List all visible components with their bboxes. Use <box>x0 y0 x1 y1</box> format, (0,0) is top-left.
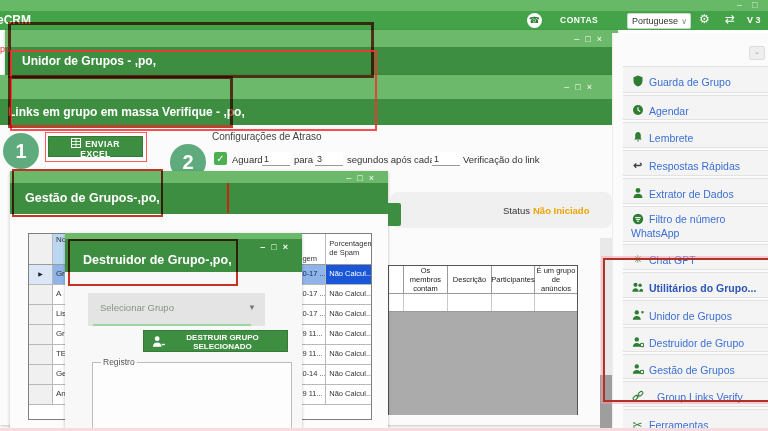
destroy-button-line2: SELECIONADO <box>193 342 252 351</box>
sidebar: ⌄ Guarda de Grupo Agendar Lembrete ↩Resp… <box>612 33 768 431</box>
unidor-titlebar-strip[interactable]: –□× <box>5 30 618 47</box>
app-brand: eCRM <box>0 13 31 27</box>
sidebar-item-utilitarios-do-grupo[interactable]: Utilitários do Grupo... <box>623 272 768 298</box>
reply-icon: ↩ <box>631 159 644 172</box>
segundos-label: segundos após cada <box>347 154 435 165</box>
minimize-icon[interactable]: – <box>574 34 585 44</box>
maximize-icon[interactable]: □ <box>271 242 282 252</box>
select-caret-icon: ∨ <box>681 14 687 29</box>
language-select[interactable]: Portuguese∨ <box>627 13 691 29</box>
aguard-input[interactable] <box>262 152 290 166</box>
bell-icon <box>631 129 644 147</box>
empty-table-row[interactable] <box>389 294 577 312</box>
sidebar-item-extrator-de-dados[interactable]: Extrator de Dados <box>623 178 768 204</box>
registro-label: Registro <box>101 357 137 367</box>
sidebar-collapse-button[interactable]: ⌄ <box>749 46 765 60</box>
close-icon[interactable]: × <box>597 34 608 44</box>
aguard-checkbox[interactable]: ✓ <box>214 152 227 165</box>
close-icon[interactable]: × <box>369 173 380 183</box>
minimize-icon[interactable]: – <box>260 242 271 252</box>
column-header[interactable]: É um grupo de anúncios <box>535 266 577 293</box>
enviar-excel-label: ENVIAR EXCEL <box>80 139 119 159</box>
table-empty-area <box>389 312 577 415</box>
row-selector-arrow: ▶ <box>29 265 53 284</box>
column-header[interactable]: Descrição <box>448 266 492 293</box>
para-label: para <box>294 154 313 165</box>
version-label: V 3 <box>747 15 761 25</box>
destruidor-window-title: Destruidor de Grupo-,po, <box>83 253 232 267</box>
destroy-selected-group-button[interactable]: DESTRUIR GRUPO SELECIONADO <box>143 330 288 352</box>
minimize-icon[interactable]: – <box>346 173 357 183</box>
outer-minimize-button[interactable]: – <box>737 0 742 10</box>
person-minus-icon <box>152 335 165 348</box>
sidebar-item-unidor-de-grupos[interactable]: Unidor de Grupos <box>623 300 768 325</box>
sidebar-item-filtro-whatsapp[interactable]: Filtro de número WhatsApp <box>623 206 768 242</box>
contas-button[interactable]: CONTAS <box>560 15 598 25</box>
outer-titlebar: – □ <box>0 0 768 11</box>
person-gear-icon <box>631 334 644 352</box>
gestao-titlebar-strip[interactable]: –□× <box>10 171 388 183</box>
combo-underline <box>93 324 251 326</box>
column-header[interactable]: Participantes <box>492 266 535 293</box>
select-group-dropdown[interactable]: Selecionar Grupo ▼ <box>88 293 265 326</box>
destruidor-titlebar[interactable]: –□× Destruidor de Grupo-,po, <box>65 239 302 272</box>
people-icon <box>631 279 644 297</box>
clock-icon <box>631 102 644 120</box>
person-gear-icon <box>631 361 644 379</box>
maximize-icon[interactable]: □ <box>357 173 368 183</box>
links-window-title: Links em grupo em massa Verifique - ,po, <box>8 105 245 119</box>
maximize-icon[interactable]: □ <box>575 82 586 92</box>
sidebar-item-lembrete[interactable]: Lembrete <box>623 122 768 148</box>
destroy-button-line1: DESTRUIR GRUPO <box>186 333 258 342</box>
gpt-icon: ✳ <box>631 253 644 266</box>
app-root: – □ eCRM ☎ CONTAS Portuguese∨ ⚙ ⇄ V 3 –□… <box>0 0 768 431</box>
row-selector-header <box>389 266 404 293</box>
column-header[interactable]: Os membros contam <box>404 266 448 293</box>
shield-icon <box>631 73 644 91</box>
sidebar-item-group-links-verify[interactable]: Group Links Verify <box>623 381 768 407</box>
registro-groupbox: Registro <box>92 357 292 431</box>
unidor-window-title: Unidor de Grupos - ,po, <box>22 54 156 68</box>
select-group-placeholder: Selecionar Grupo <box>100 302 174 313</box>
gestao-window-title: Gestão de Grupos-,po, <box>25 191 160 205</box>
app-header: eCRM ☎ CONTAS Portuguese∨ ⚙ ⇄ V 3 <box>0 11 768 30</box>
sidebar-item-respostas-rapidas[interactable]: ↩Respostas Rápidas <box>623 150 768 176</box>
links-titlebar-strip[interactable]: –□× <box>0 75 618 99</box>
groups-table-header: Os membros contam Descrição Participante… <box>389 266 577 294</box>
language-value: Portuguese <box>632 16 678 26</box>
step-1-badge: 1 <box>3 133 39 169</box>
sidebar-item-ferramentas[interactable]: ✂Ferramentas <box>623 409 768 431</box>
outer-restore-button[interactable]: □ <box>752 0 757 10</box>
spam-column-header[interactable]: Porcentagem de Spam <box>326 234 371 264</box>
chevron-down-icon: ▼ <box>248 303 256 312</box>
person-plus-icon <box>631 307 644 325</box>
cada-input[interactable] <box>432 152 460 166</box>
sidebar-item-agendar[interactable]: Agendar <box>623 95 768 120</box>
scissors-icon: ✂ <box>631 418 644 431</box>
enviar-excel-button[interactable]: ENVIAR EXCEL <box>48 136 143 157</box>
delay-settings-title: Configurações de Atraso <box>212 131 322 142</box>
gear-icon[interactable]: ⚙ <box>699 12 710 26</box>
whatsapp-icon[interactable]: ☎ <box>527 13 542 28</box>
excel-icon <box>71 138 81 148</box>
sidebar-item-guarda-de-grupo[interactable]: Guarda de Grupo <box>623 66 768 93</box>
links-titlebar[interactable]: Links em grupo em massa Verifique - ,po, <box>0 99 618 125</box>
swap-icon[interactable]: ⇄ <box>725 12 735 26</box>
groups-table: Os membros contam Descrição Participante… <box>388 265 578 415</box>
link-icon <box>631 388 644 406</box>
sidebar-item-gestao-de-grupos[interactable]: Gestão de Grupos <box>623 354 768 379</box>
status-badge: Não Iniciado <box>533 205 589 216</box>
aguard-label: Aguard <box>232 154 263 165</box>
minimize-icon[interactable]: – <box>564 82 575 92</box>
maximize-icon[interactable]: □ <box>585 34 596 44</box>
status-label: Status <box>503 205 530 216</box>
unidor-titlebar[interactable]: Unidor de Grupos - ,po, <box>5 47 618 75</box>
window-edge-tab[interactable] <box>388 203 401 226</box>
close-icon[interactable]: × <box>283 242 294 252</box>
gem-column-header[interactable]: gem <box>299 234 326 264</box>
sidebar-item-chat-gpt[interactable]: ✳Chat GPT <box>623 244 768 270</box>
gestao-titlebar[interactable]: Gestão de Grupos-,po, <box>10 183 388 214</box>
para-input[interactable] <box>315 152 343 166</box>
sidebar-item-destruidor-de-grupo[interactable]: Destruidor de Grupo <box>623 327 768 352</box>
close-icon[interactable]: × <box>587 82 598 92</box>
